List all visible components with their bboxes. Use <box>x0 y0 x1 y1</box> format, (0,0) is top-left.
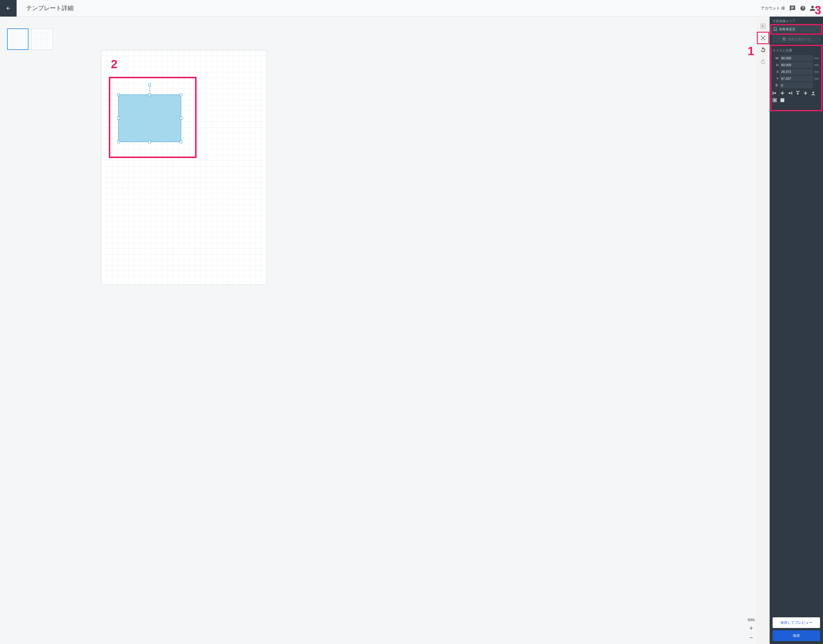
resize-handle-tl[interactable] <box>117 94 120 96</box>
text-area-tool[interactable]: A <box>759 21 768 31</box>
zoom-in-button[interactable]: + <box>749 625 753 632</box>
height-unit: mm <box>814 63 821 67</box>
account-label: アカウント 様 <box>761 6 785 11</box>
align-top-icon[interactable] <box>795 90 800 96</box>
artboard[interactable] <box>101 50 267 285</box>
resize-handle-mr[interactable] <box>180 117 182 120</box>
align-hcenter-icon[interactable] <box>780 90 785 96</box>
annotation-number-1: 1 <box>748 44 754 58</box>
save-button[interactable]: 保存 <box>772 630 820 641</box>
rotate-icon <box>774 83 779 87</box>
canvas-area[interactable]: 2 1 50% + − <box>62 17 757 644</box>
align-bottom-icon[interactable] <box>811 90 816 96</box>
thumbnail-1[interactable] <box>7 28 28 50</box>
fit-dashed-icon[interactable] <box>780 98 785 103</box>
svg-rect-2 <box>763 37 764 39</box>
bookmark-icon <box>773 27 777 31</box>
resize-handle-ml[interactable] <box>117 117 120 120</box>
redo-button[interactable] <box>759 57 768 66</box>
svg-rect-18 <box>782 99 783 101</box>
rotation-input[interactable]: 0 <box>780 83 813 88</box>
y-label: Y <box>772 77 779 80</box>
width-unit: mm <box>814 57 821 60</box>
area-section-title: 可変画像エリア <box>769 17 823 25</box>
page-thumbnails <box>0 17 62 644</box>
resize-handle-tr[interactable] <box>180 94 182 96</box>
area-name-value: 名称未設定 <box>779 27 795 31</box>
annotation-number-3: 3 <box>815 3 821 17</box>
zoom-controls: 50% + − <box>745 618 757 641</box>
select-image-button[interactable]: 画像を選択する <box>772 35 821 43</box>
rotation-label <box>772 83 779 87</box>
save-preview-button[interactable]: 保存してプレビュー <box>772 617 820 628</box>
width-label: W <box>772 56 779 60</box>
x-label: X <box>772 70 779 74</box>
y-input[interactable]: 57.037 <box>780 76 813 81</box>
align-row-horizontal <box>772 90 821 96</box>
app-header: テンプレート詳細 アカウント 様 <box>0 0 823 17</box>
height-input[interactable]: 60.000 <box>780 62 813 68</box>
height-label: H <box>772 63 779 67</box>
thumbnail-2[interactable] <box>31 28 53 50</box>
tool-column: A <box>757 18 769 644</box>
align-right-icon[interactable] <box>788 90 793 96</box>
back-button[interactable] <box>0 0 17 17</box>
undo-button[interactable] <box>759 45 768 55</box>
zoom-level: 50% <box>748 618 755 622</box>
resize-handle-tm[interactable] <box>148 94 151 96</box>
size-position-title: サイズと位置 <box>769 46 823 55</box>
area-name-input[interactable]: 名称未設定 <box>771 25 821 33</box>
y-unit: mm <box>814 77 821 80</box>
align-vcenter-icon[interactable] <box>803 90 808 96</box>
properties-panel: 可変画像エリア 名称未設定 3 画像を選択する 4 サイズと位置 W 80.00… <box>769 17 823 644</box>
page-title: テンプレート詳細 <box>26 4 74 12</box>
x-unit: mm <box>814 70 821 74</box>
x-input[interactable]: 26.972 <box>780 69 813 75</box>
selected-image-area[interactable] <box>118 95 181 142</box>
resize-handle-br[interactable] <box>180 141 182 143</box>
rotation-handle[interactable] <box>148 84 151 86</box>
annotation-number-2: 2 <box>111 58 117 71</box>
select-image-label: 画像を選択する <box>788 37 811 41</box>
image-area-tool[interactable] <box>759 33 768 43</box>
resize-handle-bm[interactable] <box>148 141 151 143</box>
width-input[interactable]: 80.000 <box>780 55 813 61</box>
help-icon[interactable] <box>800 5 806 11</box>
zoom-out-button[interactable]: − <box>749 635 753 641</box>
arrow-left-icon <box>6 6 11 11</box>
panel-footer: 保存してプレビュー 保存 <box>769 614 823 644</box>
align-left-icon[interactable] <box>772 90 777 96</box>
align-row-fit <box>772 98 821 103</box>
resize-handle-bl[interactable] <box>117 141 120 143</box>
svg-rect-16 <box>774 99 775 101</box>
image-icon <box>782 37 786 41</box>
fit-solid-icon[interactable] <box>772 98 777 103</box>
svg-text:A: A <box>762 25 764 28</box>
chat-icon[interactable] <box>789 5 796 12</box>
